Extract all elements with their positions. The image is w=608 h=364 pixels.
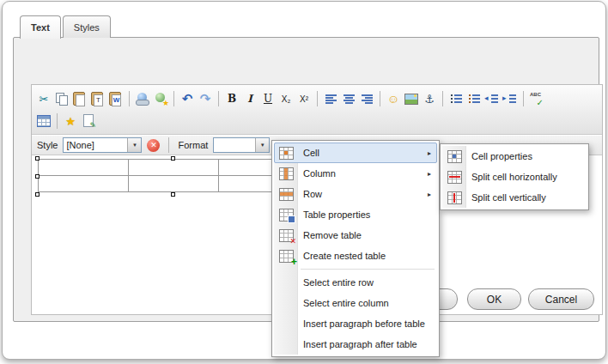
stylebar-divider xyxy=(168,137,169,153)
menu-item-row[interactable]: Row▸ xyxy=(274,184,437,204)
bold-icon[interactable] xyxy=(223,90,240,107)
menu-item-insert-paragraph-before-table[interactable]: Insert paragraph before table xyxy=(274,313,437,334)
indent-icon[interactable] xyxy=(502,90,519,107)
nested-table-icon xyxy=(279,250,294,263)
menu-item-label: Row xyxy=(303,189,322,199)
menu-item-label: Cell properties xyxy=(471,151,532,161)
spellcheck-icon[interactable] xyxy=(528,90,545,107)
remove-style-icon[interactable] xyxy=(147,139,160,152)
menu-item-label: Column xyxy=(303,168,336,179)
style-label: Style xyxy=(37,140,58,150)
menu-item-label: Select entire row xyxy=(303,277,374,288)
toolbar-divider xyxy=(523,91,524,106)
selection-handle[interactable] xyxy=(35,192,40,197)
split-vertical-icon xyxy=(447,191,462,204)
cell-submenu: Cell propertiesSplit cell horizontallySp… xyxy=(440,143,589,210)
link-icon[interactable] xyxy=(134,90,151,107)
menu-item-split-cell-vertically[interactable]: Split cell vertically xyxy=(442,187,587,208)
editor-dialog: Text Styles Style [None] ▼ Format xyxy=(2,1,606,360)
editor-table[interactable] xyxy=(38,159,309,192)
align-left-icon[interactable] xyxy=(322,90,339,107)
menu-item-select-entire-column[interactable]: Select entire column xyxy=(274,293,437,313)
selection-handle[interactable] xyxy=(35,174,40,179)
menu-item-create-nested-table[interactable]: Create nested table xyxy=(274,246,437,266)
menu-item-label: Remove table xyxy=(303,230,362,240)
toolbar-row-1 xyxy=(35,88,599,110)
align-right-icon[interactable] xyxy=(358,90,375,107)
menu-item-table-properties[interactable]: Table properties xyxy=(274,204,437,225)
superscript-icon[interactable] xyxy=(295,90,313,107)
menu-item-label: Split cell horizontally xyxy=(471,172,557,182)
menu-icon-slot xyxy=(279,276,294,289)
menu-item-label: Select entire column xyxy=(303,298,389,308)
undo-icon[interactable] xyxy=(179,90,196,107)
menu-item-cell-properties[interactable]: Cell properties xyxy=(442,146,587,167)
tab-styles[interactable]: Styles xyxy=(63,15,111,38)
table-cell[interactable] xyxy=(129,160,219,176)
ok-button-label: OK xyxy=(487,294,502,306)
cell-properties-icon xyxy=(447,150,462,163)
browse-icon[interactable] xyxy=(152,90,169,107)
menu-item-remove-table[interactable]: Remove table xyxy=(274,225,437,246)
column-icon xyxy=(279,167,294,180)
style-dropdown[interactable]: [None] ▼ xyxy=(63,137,142,153)
subscript-icon[interactable] xyxy=(277,90,295,107)
form-icon[interactable] xyxy=(80,112,97,130)
anchor-icon[interactable] xyxy=(421,90,438,107)
dropdown-arrow-icon: ▼ xyxy=(255,138,269,152)
table-icon[interactable] xyxy=(35,112,52,130)
context-menu: Cell▸Column▸Row▸Table propertiesRemove t… xyxy=(271,140,440,357)
outdent-icon[interactable] xyxy=(483,90,501,107)
style-dropdown-value: [None] xyxy=(64,138,127,152)
bulleted-list-icon[interactable] xyxy=(447,90,465,107)
align-center-icon[interactable] xyxy=(340,90,357,107)
toolbar-divider xyxy=(57,113,58,129)
toolbar-divider xyxy=(442,91,443,106)
menu-item-column[interactable]: Column▸ xyxy=(274,163,437,184)
menu-icon-slot xyxy=(279,297,294,310)
format-dropdown[interactable]: ▼ xyxy=(213,137,270,153)
menu-separator xyxy=(301,269,435,270)
menu-item-label: Split cell vertically xyxy=(471,192,546,203)
submenu-arrow-icon: ▸ xyxy=(428,149,433,157)
table-properties-icon xyxy=(279,209,294,221)
cell-icon xyxy=(279,147,294,160)
selection-handle[interactable] xyxy=(171,192,175,197)
menu-item-insert-paragraph-after-table[interactable]: Insert paragraph after table xyxy=(274,334,437,355)
star-icon[interactable] xyxy=(62,112,79,130)
cancel-button[interactable]: Cancel xyxy=(528,288,594,310)
copy-icon[interactable] xyxy=(53,90,70,107)
selection-handle[interactable] xyxy=(35,156,40,161)
toolbar-divider xyxy=(129,91,130,106)
selection-handle[interactable] xyxy=(171,156,175,161)
row-icon xyxy=(279,188,294,201)
underline-icon[interactable] xyxy=(259,90,277,107)
paste-text-icon[interactable] xyxy=(89,90,106,107)
cut-icon[interactable] xyxy=(35,90,52,107)
menu-item-cell[interactable]: Cell▸ xyxy=(274,143,437,163)
toolbar-divider xyxy=(317,91,318,106)
ok-button[interactable]: OK xyxy=(467,288,521,310)
smiley-icon[interactable] xyxy=(385,90,402,107)
table-cell[interactable] xyxy=(39,160,129,176)
numbered-list-icon[interactable] xyxy=(465,90,483,107)
menu-item-split-cell-horizontally[interactable]: Split cell horizontally xyxy=(442,167,587,187)
remove-table-icon xyxy=(279,229,294,242)
paste-word-icon[interactable] xyxy=(107,90,125,107)
table-cell[interactable] xyxy=(39,176,129,192)
image-icon[interactable] xyxy=(403,90,420,107)
cancel-button-label: Cancel xyxy=(545,294,577,306)
menu-item-label: Insert paragraph before table xyxy=(303,318,425,329)
redo-icon[interactable] xyxy=(197,90,214,107)
editor-toolbar xyxy=(32,85,602,135)
split-horizontal-icon xyxy=(447,171,462,184)
menu-item-label: Cell xyxy=(303,148,319,158)
table-cell[interactable] xyxy=(129,176,219,192)
menu-icon-slot xyxy=(279,318,294,331)
format-label: Format xyxy=(178,140,208,150)
menu-item-select-entire-row[interactable]: Select entire row xyxy=(274,272,437,293)
italic-icon[interactable] xyxy=(241,90,258,107)
tab-text[interactable]: Text xyxy=(20,15,61,39)
paste-icon[interactable] xyxy=(71,90,88,107)
submenu-arrow-icon: ▸ xyxy=(428,191,433,198)
